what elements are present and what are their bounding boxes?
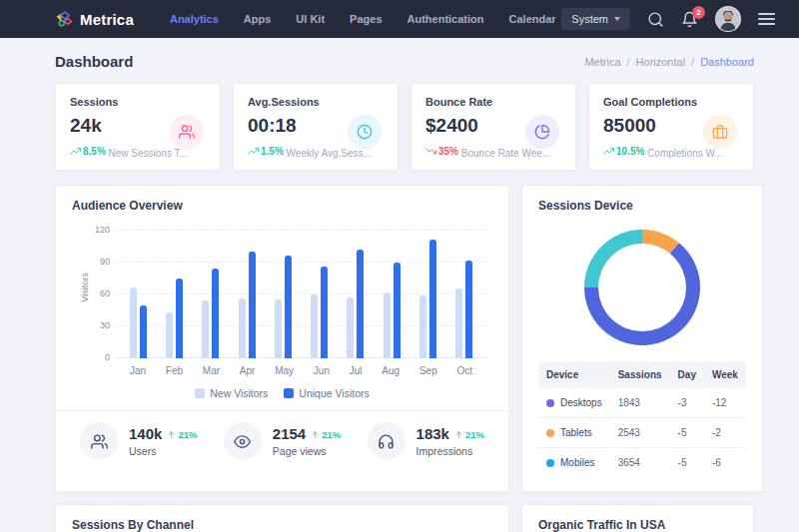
user-avatar[interactable] xyxy=(715,6,741,32)
audience-stat-label: Page views xyxy=(273,445,341,457)
x-tick-label: Jun xyxy=(314,365,330,376)
stat-card-avg-sessions: Avg.Sessions00:181.5% Weekly Avg.Sess... xyxy=(233,83,399,171)
bar-group-feb xyxy=(166,278,183,358)
bar-unique-visitors-feb[interactable] xyxy=(176,278,183,358)
breadcrumb-current: Dashboard xyxy=(700,56,754,68)
notifications-bell-icon[interactable]: 2 xyxy=(681,11,698,28)
nav-item-analytics[interactable]: Analytics xyxy=(170,13,219,25)
device-dot xyxy=(546,429,554,437)
bar-new-visitors-feb[interactable] xyxy=(166,312,173,358)
nav-item-apps[interactable]: Apps xyxy=(244,13,272,25)
y-tick-label: 0 xyxy=(88,352,110,362)
audience-legend: New VisitorsUnique Visitors xyxy=(72,387,492,399)
bar-unique-visitors-sep[interactable] xyxy=(429,240,436,358)
bar-group-oct xyxy=(455,261,472,358)
device-sassions: 3654 xyxy=(610,448,670,478)
legend-item-unique-visitors[interactable]: Unique Visitors xyxy=(284,387,369,399)
device-name: Mobiles xyxy=(560,457,594,468)
legend-swatch xyxy=(284,388,294,398)
audience-stat-value: 2154 xyxy=(273,425,306,442)
bar-new-visitors-aug[interactable] xyxy=(384,292,391,358)
eye-icon xyxy=(224,422,262,460)
navbar-right-actions: System 2 xyxy=(561,6,775,32)
audience-stat-trend: 21% xyxy=(454,429,484,440)
audience-stat-label: Users xyxy=(129,445,197,457)
briefcase-icon xyxy=(703,115,737,149)
bar-new-visitors-jul[interactable] xyxy=(347,297,354,358)
x-tick-label: Feb xyxy=(166,365,183,376)
bar-new-visitors-mar[interactable] xyxy=(202,300,209,358)
bar-group-apr xyxy=(239,252,256,358)
bar-new-visitors-sep[interactable] xyxy=(419,295,426,358)
audience-stat-impressions: 183k21%Impressions xyxy=(368,422,484,460)
device-week: -12 xyxy=(704,388,746,418)
device-table-header-week: Week xyxy=(704,361,746,388)
bar-unique-visitors-jun[interactable] xyxy=(321,266,328,358)
bar-unique-visitors-aug[interactable] xyxy=(394,263,400,358)
device-day: -5 xyxy=(670,448,704,478)
audience-stat-label: Impressions xyxy=(416,445,484,457)
legend-swatch xyxy=(195,388,205,398)
nav-item-calendar[interactable]: Calendar xyxy=(509,13,556,25)
top-navbar: Metrica AnalyticsAppsUI KitPagesAuthenti… xyxy=(0,0,799,38)
bar-new-visitors-may[interactable] xyxy=(275,299,282,358)
nav-item-authentication[interactable]: Authentication xyxy=(407,13,484,25)
search-icon[interactable] xyxy=(647,11,664,28)
device-dot xyxy=(546,459,554,467)
bar-group-sep xyxy=(419,240,436,358)
system-dropdown[interactable]: System xyxy=(561,8,630,30)
bar-unique-visitors-apr[interactable] xyxy=(249,252,256,358)
organic-traffic-title: Organic Traffic In USA xyxy=(538,518,737,532)
sessions-device-card: Sessions Device DeviceSassionsDayWeek De… xyxy=(521,185,763,492)
audience-overview-title: Audience Overview xyxy=(72,199,492,213)
bar-new-visitors-jan[interactable] xyxy=(130,287,137,358)
bar-group-mar xyxy=(202,268,219,358)
device-table-row-desktops: Desktops1843-3-12 xyxy=(538,388,746,418)
bar-unique-visitors-oct[interactable] xyxy=(465,261,472,358)
sessions-device-donut[interactable] xyxy=(584,230,700,345)
device-sassions: 2543 xyxy=(610,418,670,448)
hamburger-menu-icon[interactable] xyxy=(758,13,775,25)
notification-count-badge: 2 xyxy=(692,6,705,19)
legend-label: Unique Visitors xyxy=(299,387,369,399)
device-table-header-day: Day xyxy=(670,361,704,388)
system-dropdown-label: System xyxy=(571,13,608,25)
breadcrumb-separator: / xyxy=(691,56,694,68)
device-table-header-row: DeviceSassionsDayWeek xyxy=(538,361,746,388)
breadcrumb-item[interactable]: Horizontal xyxy=(636,56,686,68)
audience-stat-trend: 21% xyxy=(311,429,341,440)
audience-stat-users: 140k21%Users xyxy=(80,422,197,460)
device-name: Tablets xyxy=(560,427,592,438)
device-table-body: Desktops1843-3-12Tablets2543-5-2Mobiles3… xyxy=(538,388,746,477)
nav-item-pages[interactable]: Pages xyxy=(350,13,382,25)
bar-group-jun xyxy=(311,266,328,358)
device-table: DeviceSassionsDayWeek Desktops1843-3-12T… xyxy=(538,361,746,477)
breadcrumb-item[interactable]: Metrica xyxy=(584,56,620,68)
x-tick-label: Jul xyxy=(350,365,363,376)
bar-new-visitors-oct[interactable] xyxy=(455,288,462,358)
device-week: -2 xyxy=(704,418,746,448)
nav-item-ui-kit[interactable]: UI Kit xyxy=(296,13,325,25)
brand-logo[interactable]: Metrica xyxy=(55,10,134,28)
x-tick-label: Mar xyxy=(203,365,220,376)
legend-label: New Visitors xyxy=(210,387,268,399)
stat-card-title: Bounce Rate xyxy=(425,96,561,108)
bar-unique-visitors-jan[interactable] xyxy=(140,305,147,358)
y-tick-label: 120 xyxy=(88,225,110,235)
users-icon xyxy=(80,422,118,460)
bar-new-visitors-apr[interactable] xyxy=(239,298,246,358)
bar-new-visitors-jun[interactable] xyxy=(311,294,318,358)
audience-stat-value: 140k xyxy=(129,425,162,442)
device-table-row-tablets: Tablets2543-5-2 xyxy=(538,418,746,448)
bar-unique-visitors-mar[interactable] xyxy=(212,268,219,358)
legend-item-new-visitors[interactable]: New Visitors xyxy=(195,387,268,399)
stat-cards-row: Sessions24k8.5% New Sessions T...Avg.Ses… xyxy=(55,83,754,171)
device-week: -6 xyxy=(704,448,746,478)
bar-unique-visitors-may[interactable] xyxy=(285,256,292,358)
pie-chart-icon xyxy=(525,115,559,149)
device-table-header-device: Device xyxy=(538,361,610,388)
x-axis-labels: JanFebMarAprMayJunJulAugSepOct xyxy=(120,365,482,376)
audience-plot: 0306090120 xyxy=(116,231,486,358)
audience-bar-chart: Visitors 0306090120 JanFebMarAprMayJunJu… xyxy=(116,231,486,376)
bar-unique-visitors-jul[interactable] xyxy=(357,250,364,358)
